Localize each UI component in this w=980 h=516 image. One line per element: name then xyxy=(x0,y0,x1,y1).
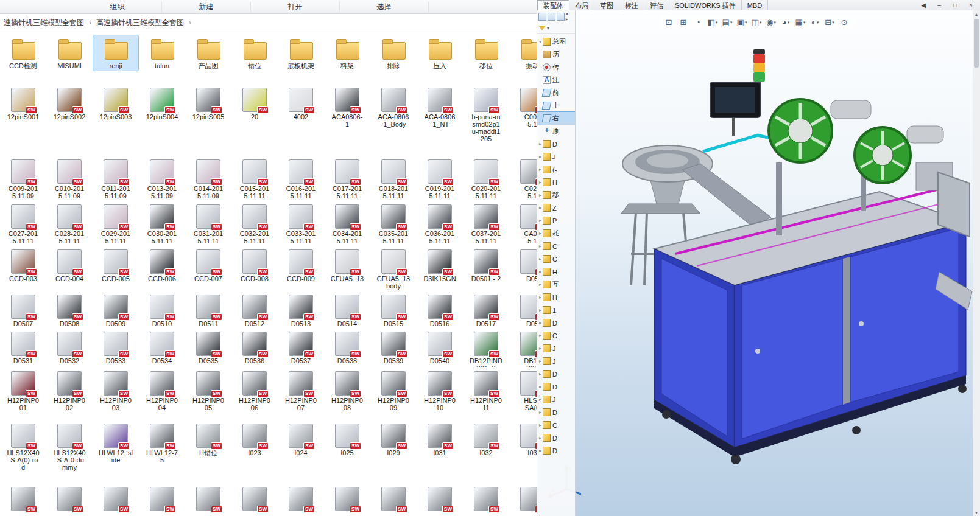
expand-arrow-icon[interactable] xyxy=(538,384,543,389)
file-item[interactable]: ACA-0806 -1_NT xyxy=(417,86,462,129)
file-item[interactable]: 4002 xyxy=(278,86,323,122)
file-item[interactable]: 12pinS005 xyxy=(186,86,231,122)
file-item[interactable]: D0508 xyxy=(47,293,92,327)
file-item[interactable]: C030-201 5.11.11 xyxy=(139,203,185,245)
file-item[interactable]: DB12 00 xyxy=(510,330,537,367)
file-item[interactable]: D0536 xyxy=(232,330,277,366)
expand-arrow-icon[interactable] xyxy=(538,167,543,172)
features-tab-icon[interactable] xyxy=(538,13,546,21)
command-tab[interactable]: 布局 xyxy=(569,0,594,10)
file-item[interactable]: H12PINP0 10 xyxy=(417,370,462,413)
expand-arrow-icon[interactable] xyxy=(538,192,543,198)
close-icon[interactable]: × xyxy=(963,1,979,10)
file-item[interactable]: D0534 xyxy=(139,330,185,366)
expand-arrow-icon[interactable] xyxy=(538,333,543,338)
file-item[interactable]: 错位 xyxy=(232,35,277,71)
file-item[interactable]: C001 5.1 xyxy=(510,86,537,129)
expand-arrow-icon[interactable] xyxy=(538,295,543,300)
file-item[interactable]: MISUMI xyxy=(47,35,92,71)
file-item[interactable]: D0514 xyxy=(325,293,370,327)
file-item[interactable] xyxy=(371,486,416,514)
feature-tree-item[interactable]: 注 xyxy=(537,74,575,86)
file-item[interactable]: C035-201 5.11.11 xyxy=(371,203,416,245)
file-item[interactable]: D0512 xyxy=(232,293,277,327)
expand-arrow-icon[interactable] xyxy=(538,180,543,185)
previous-view-icon[interactable]: ◔ xyxy=(691,16,705,28)
expand-arrow-icon[interactable] xyxy=(538,320,543,326)
feature-tree-item[interactable]: C xyxy=(537,240,575,253)
expand-arrow-icon[interactable] xyxy=(538,282,543,287)
file-item[interactable]: 振动 xyxy=(510,35,537,71)
feature-tree-item[interactable]: 传 xyxy=(537,61,575,74)
file-item[interactable]: 移位 xyxy=(464,35,509,71)
file-item[interactable]: H错位 xyxy=(186,422,231,458)
feature-tree-item[interactable]: D xyxy=(537,380,575,393)
feature-tree-item[interactable]: 互 xyxy=(537,278,575,291)
file-item[interactable]: 12pinS004 xyxy=(139,86,185,122)
file-item[interactable]: C017-201 5.11.11 xyxy=(325,158,370,200)
file-item[interactable]: ACA-0806 -1_Body xyxy=(371,86,416,129)
file-item[interactable]: tulun xyxy=(139,35,185,71)
view-settings-icon[interactable]: ◐ xyxy=(808,16,822,28)
file-item[interactable]: C037-201 5.11.11 xyxy=(464,203,509,245)
file-item[interactable]: renji xyxy=(93,35,138,71)
scrollbar-thumb[interactable] xyxy=(974,19,979,68)
expand-arrow-icon[interactable] xyxy=(538,269,543,274)
file-item[interactable]: D0516 xyxy=(417,293,462,327)
file-item[interactable]: I024 xyxy=(278,422,323,458)
file-item[interactable]: HLWL12_sl ide xyxy=(93,422,138,465)
vertical-scrollbar[interactable]: ▲ ▼ xyxy=(973,10,980,516)
file-item[interactable]: C018-201 5.11.11 xyxy=(371,158,416,200)
file-item[interactable] xyxy=(325,486,370,514)
file-item[interactable]: HLWL12-7 5 xyxy=(139,422,185,465)
file-item[interactable]: C027-201 5.11.11 xyxy=(1,203,46,245)
feature-tree-item[interactable]: H xyxy=(537,176,575,189)
file-item[interactable]: D0538 xyxy=(325,330,370,366)
tree-root-item[interactable]: 总图 xyxy=(537,35,575,48)
file-item[interactable]: D0511 xyxy=(186,293,231,327)
feature-tree-item[interactable]: D xyxy=(537,138,575,150)
file-item[interactable]: b-pana-m smd02p1 u-maddt1 205 xyxy=(464,86,509,144)
expand-arrow-icon[interactable] xyxy=(538,205,543,211)
expand-arrow-icon[interactable] xyxy=(538,154,543,159)
file-item[interactable]: 12pinS003 xyxy=(93,86,138,122)
file-item[interactable]: C033-201 5.11.11 xyxy=(278,203,323,245)
expand-arrow-icon[interactable] xyxy=(538,371,543,377)
command-bar-item[interactable]: 新建 xyxy=(162,2,251,12)
command-bar-item[interactable]: 打开 xyxy=(251,2,340,12)
file-item[interactable]: I031 xyxy=(417,422,462,458)
file-item[interactable]: 压入 xyxy=(417,35,462,71)
file-item[interactable] xyxy=(139,486,185,514)
apply-scene-icon[interactable]: ▦ xyxy=(794,16,807,28)
file-item[interactable]: C015-201 5.11.11 xyxy=(232,158,277,200)
filter-caret-icon[interactable]: ▾ xyxy=(547,26,549,31)
command-tab[interactable]: SOLIDWORKS 插件 xyxy=(669,0,742,10)
file-item[interactable]: 12pinS002 xyxy=(47,86,92,122)
file-item[interactable]: C011-201 5.11.09 xyxy=(93,158,138,200)
minimize-icon[interactable]: – xyxy=(931,1,947,10)
restore-icon[interactable]: □ xyxy=(947,1,963,10)
file-item[interactable]: HLS12X40 -S-A-0-du mmy xyxy=(47,422,92,472)
expand-arrow-icon[interactable] xyxy=(538,39,543,44)
file-item[interactable]: I032 xyxy=(464,422,509,458)
feature-tree-item[interactable]: H xyxy=(537,265,575,278)
breadcrumb-item[interactable]: 速插针机三维模型全套图 xyxy=(1,16,94,29)
file-item[interactable]: HLS1 SA(0 xyxy=(510,370,537,413)
expand-arrow-icon[interactable] xyxy=(538,141,543,147)
file-item[interactable]: CFUA5_13 xyxy=(325,248,370,284)
file-item[interactable]: CCD-008 xyxy=(232,248,277,284)
file-item[interactable]: D0501 - 2 xyxy=(464,248,509,284)
file-item[interactable]: CCD-003 xyxy=(1,248,46,284)
feature-tree-item[interactable]: 上 xyxy=(537,99,575,112)
feature-tree-item[interactable]: 前 xyxy=(537,86,575,99)
file-item[interactable]: CCD检测 xyxy=(1,35,46,71)
file-item[interactable]: I029 xyxy=(371,422,416,458)
expand-arrow-icon[interactable] xyxy=(538,397,543,402)
expand-arrow-icon[interactable] xyxy=(538,422,543,428)
feature-tree-item[interactable]: J xyxy=(537,393,575,406)
file-item[interactable]: C028-201 5.11.11 xyxy=(47,203,92,245)
file-item[interactable]: CCD-006 xyxy=(139,248,185,284)
panel-collapse-arrows-icon[interactable]: ◂ ▸ xyxy=(566,11,574,22)
display-style-icon[interactable]: ◫ xyxy=(750,16,763,28)
file-item[interactable]: H12PINP0 09 xyxy=(371,370,416,413)
